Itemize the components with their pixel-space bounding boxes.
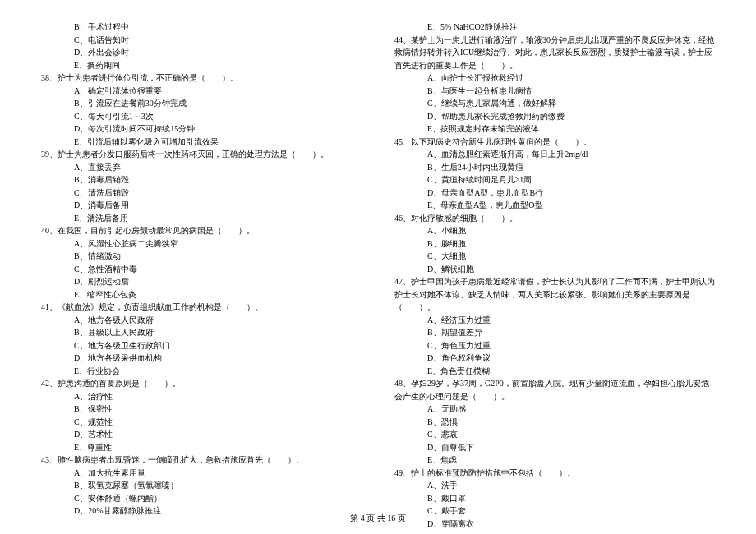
page-footer: 第 4 页 共 16 页	[0, 513, 756, 524]
q48-stem: 48、孕妇29岁，孕37周，G2P0，前置胎盘入院。现有少量阴道流血，孕妇担心胎…	[394, 377, 715, 403]
q43-opt-a: A、加大抗生素用量	[41, 467, 362, 480]
q47-opt-b: B、期望值差异	[394, 326, 715, 339]
q49-stem: 49、护士的标准预防防护措施中不包括（ ）。	[394, 467, 715, 480]
q44-opt-d: D、帮助患儿家长完成抢救用药的缴费	[394, 110, 715, 123]
q41-opt-a: A、地方各级人民政府	[41, 314, 362, 327]
left-column: B、手术过程中 C、电话告知时 D、外出会诊时 E、换药期间 38、护士为患者进…	[41, 21, 362, 530]
q38-opt-e: E、引流后辅以雾化吸入可增加引流效果	[41, 136, 362, 149]
q42-opt-a: A、治疗性	[41, 390, 362, 403]
q44-opt-a: A、向护士长汇报抢救经过	[394, 71, 715, 85]
q40-opt-a: A、风湿性心脏病二尖瓣狭窄	[41, 237, 362, 251]
q40-opt-e: E、缩窄性心包炎	[41, 288, 362, 302]
q48-opt-a: A、无助感	[394, 403, 715, 416]
q39-opt-d: D、消毒后备用	[41, 199, 362, 212]
q45-opt-e: E、母亲血型A型，患儿血型O型	[394, 199, 715, 212]
q40-opt-d: D、剧烈运动后	[41, 275, 362, 288]
q37-opt-d: D、外出会诊时	[41, 46, 362, 59]
q38-opt-b: B、引流应在进餐前30分钟完成	[41, 97, 362, 110]
q40-stem: 40、在我国，目前引起心房颤动最常见的病因是（ ）。	[41, 224, 362, 237]
q40-opt-c: C、急性酒精中毒	[41, 263, 362, 276]
q46-opt-c: C、大细胞	[394, 250, 715, 263]
q39-opt-e: E、清洗后备用	[41, 212, 362, 225]
q48-opt-b: B、恐惧	[394, 416, 715, 429]
q42-opt-c: C、规范性	[41, 416, 362, 429]
q46-stem: 46、对化疗敏感的细胞（ ）。	[394, 212, 715, 225]
q37-opt-c: C、电话告知时	[41, 34, 362, 47]
q38-opt-c: C、每天可引流1～3次	[41, 110, 362, 123]
q37-opt-e: E、换药期间	[41, 59, 362, 72]
q43-opt-c: C、安体舒通（螺内酯）	[41, 492, 362, 505]
q45-opt-b: B、生后24小时内出现黄疸	[394, 161, 715, 174]
q47-opt-a: A、经济压力过重	[394, 314, 715, 327]
q46-opt-d: D、鳞状细胞	[394, 263, 715, 276]
q47-opt-e: E、角色责任模糊	[394, 365, 715, 378]
q39-stem: 39、护士为患者分发口服药后将一次性药杯灭回，正确的处理方法是（ ）。	[41, 148, 362, 161]
q45-opt-c: C、黄疸持续时间足月儿>1周	[394, 173, 715, 186]
q47-stem: 47、护士甲因为孩子患病最近经常请假，护士长认为其影响了工作而不满，护士甲则认为…	[394, 275, 715, 314]
q46-opt-a: A、小细胞	[394, 224, 715, 237]
q39-opt-b: B、消毒后销毁	[41, 173, 362, 186]
q41-opt-b: B、县级以上人民政府	[41, 326, 362, 339]
q43-opt-b: B、双氢克尿塞（氢氯噻嗪）	[41, 479, 362, 492]
q39-opt-a: A、直接丢弃	[41, 161, 362, 174]
q48-opt-c: C、悲哀	[394, 428, 715, 441]
q37-opt-b: B、手术过程中	[41, 21, 362, 34]
q47-opt-c: C、角色压力过重	[394, 339, 715, 352]
q40-opt-b: B、情绪激动	[41, 250, 362, 263]
q45-opt-a: A、血清总胆红素逐渐升高，每日上升2mg/dl	[394, 148, 715, 161]
q42-opt-b: B、保密性	[41, 403, 362, 416]
q44-opt-c: C、继续与患儿家属沟通，做好解释	[394, 97, 715, 110]
q49-opt-a: A、洗手	[394, 479, 715, 492]
q49-opt-b: B、戴口罩	[394, 492, 715, 505]
q42-opt-d: D、艺术性	[41, 428, 362, 441]
q48-opt-d: D、自尊低下	[394, 441, 715, 454]
q46-opt-b: B、腺细胞	[394, 237, 715, 251]
q38-opt-d: D、每次引流时间不可持续15分钟	[41, 122, 362, 136]
q41-opt-d: D、地方各级采供血机构	[41, 352, 362, 365]
q41-opt-e: E、行业协会	[41, 365, 362, 378]
q42-stem: 42、护患沟通的首要原则是（ ）。	[41, 377, 362, 390]
q38-stem: 38、护士为患者进行体位引流，不正确的是（ ）。	[41, 71, 362, 85]
q43-opt-e: E、5% NaHCO2静脉推注	[394, 21, 715, 34]
q42-opt-e: E、尊重性	[41, 441, 362, 454]
q41-stem: 41、《献血法》规定，负责组织献血工作的机构是（ ）。	[41, 301, 362, 314]
exam-page: B、手术过程中 C、电话告知时 D、外出会诊时 E、换药期间 38、护士为患者进…	[0, 0, 756, 534]
q44-opt-e: E、按照规定封存未输完的液体	[394, 122, 715, 136]
q43-stem: 43、肺性脑病患者出现昏迷，一侧瞳孔扩大，急救措施应首先（ ）。	[41, 453, 362, 467]
q39-opt-c: C、清洗后销毁	[41, 186, 362, 200]
q47-opt-d: D、角色权利争议	[394, 352, 715, 365]
right-column: E、5% NaHCO2静脉推注 44、某护士为一患儿进行输液治疗，输液30分钟后…	[394, 21, 715, 530]
q48-opt-e: E、焦虑	[394, 453, 715, 467]
q38-opt-a: A、确定引流体位很重要	[41, 85, 362, 98]
q44-stem: 44、某护士为一患儿进行输液治疗，输液30分钟后患儿出现严重的不良反应并休克，经…	[394, 34, 715, 72]
q45-stem: 45、以下现病史符合新生儿病理性黄疸的是（ ）。	[394, 136, 715, 149]
q44-opt-b: B、与医生一起分析患儿病情	[394, 85, 715, 98]
q45-opt-d: D、母亲血型A型，患儿血型B行	[394, 186, 715, 200]
q41-opt-c: C、地方各级卫生行政部门	[41, 339, 362, 352]
